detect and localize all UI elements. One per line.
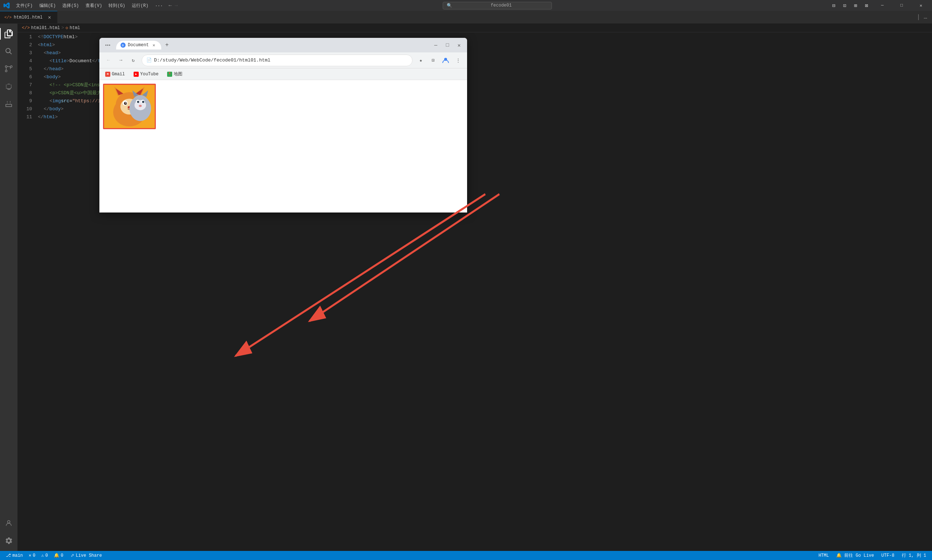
breadcrumb-html-icon: ◇ — [66, 25, 68, 31]
animal-image-placeholder — [104, 85, 155, 128]
svg-point-18 — [125, 102, 126, 103]
menu-view[interactable]: 查看(V) — [83, 2, 105, 9]
search-icon: 🔍 — [447, 3, 452, 8]
vscode-icon — [3, 2, 10, 9]
breadcrumb-filename: html01.html — [31, 25, 60, 31]
nav-forward[interactable]: → — [175, 3, 178, 8]
tab-label: html01.html — [14, 15, 43, 20]
browser-tab-close-btn[interactable]: ✕ — [151, 42, 157, 48]
menu-goto[interactable]: 转到(G) — [106, 2, 128, 9]
svg-point-4 — [106, 45, 107, 46]
menu-select[interactable]: 选择(S) — [59, 2, 82, 9]
browser-window-controls: — □ ✕ — [431, 40, 464, 50]
browser-reader-btn[interactable]: ⊡ — [428, 55, 439, 66]
browser-star-btn[interactable]: ★ — [415, 55, 426, 66]
browser-back-btn[interactable]: ← — [103, 55, 114, 66]
warning-count: 0 — [45, 553, 48, 558]
git-branch-name: main — [12, 553, 23, 558]
status-errors[interactable]: ✕ 0 — [27, 553, 37, 558]
status-info[interactable]: 🔔 0 — [52, 553, 65, 558]
bookmark-gmail[interactable]: M Gmail — [103, 71, 127, 78]
bookmark-youtube[interactable]: ▶ YouTube — [131, 71, 160, 78]
browser-toolbar: ← → ↻ 📄 D:/study/Web/WebCode/fecode01/ht… — [99, 52, 467, 68]
editor-layout-actions: ⎹ … — [909, 11, 932, 23]
browser-new-tab-btn[interactable]: + — [163, 41, 171, 49]
browser-menu-btn[interactable] — [102, 40, 113, 51]
activity-git[interactable] — [0, 60, 17, 77]
activity-search[interactable] — [0, 43, 17, 60]
tab-close-button[interactable]: ✕ — [46, 14, 53, 21]
status-golive[interactable]: 🔔 前往 Go Live — [835, 552, 876, 558]
maximize-button[interactable]: □ — [893, 0, 910, 11]
browser-address-bar[interactable]: 📄 D:/study/Web/WebCode/fecode01/html01.h… — [142, 55, 413, 66]
editor-content[interactable]: 1 2 3 4 5 6 7 8 9 10 11 <!DOCTYPE html> — [17, 32, 932, 551]
split-editor-button[interactable]: ⎹ — [912, 13, 920, 22]
status-line-col[interactable]: 行 1, 列 1 — [900, 552, 927, 558]
svg-point-1 — [11, 66, 12, 68]
close-button[interactable]: ✕ — [913, 0, 929, 11]
layout-btn-4[interactable]: ⊠ — [862, 2, 871, 9]
browser-tabs: D Document ✕ + — [116, 41, 428, 49]
more-actions-button[interactable]: … — [921, 13, 930, 22]
svg-point-31 — [142, 101, 144, 103]
editor-area: </> html01.html > ◇ html 1 2 3 4 5 6 7 8… — [17, 24, 932, 551]
activity-settings[interactable] — [0, 532, 17, 549]
menu-edit[interactable]: 编辑(E) — [36, 2, 59, 9]
minimize-button[interactable]: — — [874, 0, 890, 11]
menu-more[interactable]: ... — [152, 2, 166, 9]
activity-files[interactable] — [0, 25, 17, 43]
svg-point-5 — [108, 45, 108, 46]
browser-reload-btn[interactable]: ↻ — [128, 55, 139, 66]
browser-minimize-btn[interactable]: — — [431, 40, 441, 50]
golive-label: 🔔 前往 Go Live — [836, 552, 874, 558]
browser-account-icon[interactable] — [440, 55, 451, 66]
svg-point-32 — [139, 105, 142, 107]
browser-more-btn[interactable]: ⋮ — [453, 55, 464, 66]
status-left: ⎇ main ✕ 0 ⚠ 0 🔔 0 — [5, 553, 65, 558]
svg-point-3 — [8, 521, 10, 523]
svg-point-0 — [5, 66, 7, 68]
breadcrumb: </> html01.html > ◇ html — [17, 24, 932, 32]
bookmark-gmail-label: Gmail — [112, 72, 125, 77]
browser-nav-buttons: ← → ↻ — [103, 55, 139, 66]
browser-close-btn[interactable]: ✕ — [454, 40, 464, 50]
activity-bar — [0, 24, 17, 551]
activity-account[interactable] — [0, 514, 17, 532]
layout-btn-3[interactable]: ⊞ — [851, 2, 860, 9]
layout-btn-2[interactable]: ⊡ — [840, 2, 849, 9]
breadcrumb-section: html — [69, 25, 80, 31]
error-count: 0 — [33, 553, 35, 558]
html-file-icon: </> — [5, 15, 12, 20]
bookmark-maps[interactable]: 📍 地图 — [165, 70, 185, 78]
browser-favicon: D — [120, 43, 126, 48]
breadcrumb-file-icon: </> — [22, 25, 30, 31]
browser-bookmarks-bar: M Gmail ▶ YouTube 📍 地图 — [99, 68, 467, 80]
browser-window[interactable]: D Document ✕ + — □ ✕ — [99, 38, 467, 212]
svg-point-30 — [137, 101, 139, 103]
menu-bar: 文件(F) 编辑(E) 选择(S) 查看(V) 转到(G) 运行(R) ... — [13, 2, 166, 9]
error-icon: ✕ — [29, 553, 31, 558]
browser-titlebar: D Document ✕ + — □ ✕ — [99, 38, 467, 52]
svg-point-2 — [5, 70, 7, 72]
activity-debug[interactable] — [0, 77, 17, 95]
menu-run[interactable]: 运行(R) — [129, 2, 151, 9]
status-warnings[interactable]: ⚠ 0 — [40, 553, 49, 558]
breadcrumb-separator: > — [62, 25, 64, 31]
bookmark-youtube-label: YouTube — [140, 72, 159, 77]
tab-bar: </> html01.html ✕ ⎹ … — [0, 11, 932, 24]
menu-file[interactable]: 文件(F) — [13, 2, 36, 9]
status-encoding[interactable]: UTF-8 — [880, 553, 896, 558]
browser-tab-title: Document — [128, 43, 149, 48]
status-git-branch[interactable]: ⎇ main — [5, 553, 25, 558]
bookmark-maps-label: 地图 — [174, 71, 182, 77]
status-liveshare[interactable]: ⬀ Live Share — [69, 553, 103, 558]
nav-back[interactable]: ← — [169, 3, 171, 8]
layout-btn-1[interactable]: ⊟ — [829, 2, 838, 9]
search-bar[interactable]: 🔍 fecode01 — [443, 2, 552, 9]
browser-forward-btn[interactable]: → — [116, 55, 126, 66]
status-language[interactable]: HTML — [817, 553, 830, 558]
activity-extensions[interactable] — [0, 95, 17, 112]
tab-html01[interactable]: </> html01.html ✕ — [0, 11, 57, 23]
browser-maximize-btn[interactable]: □ — [442, 40, 453, 50]
browser-active-tab[interactable]: D Document ✕ — [116, 41, 161, 49]
